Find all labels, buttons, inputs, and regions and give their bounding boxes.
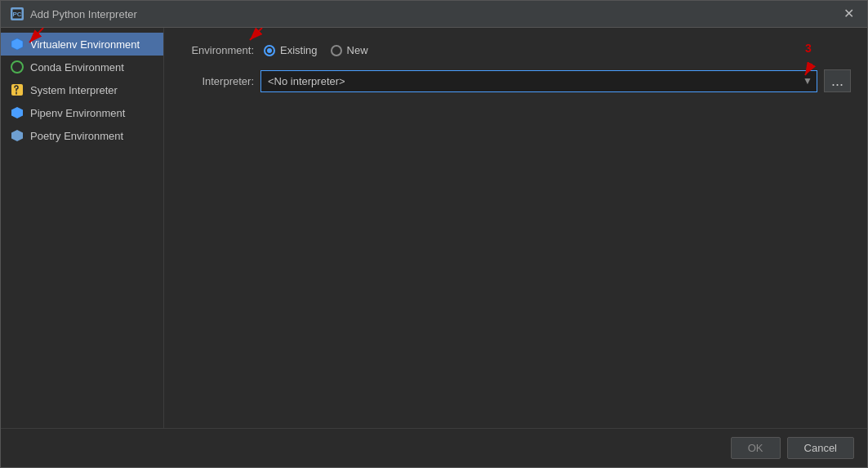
radio-existing-option[interactable]: Existing bbox=[264, 44, 318, 56]
interpreter-row: Interpreter: <No interpreter> ▼ ... bbox=[180, 69, 851, 92]
environment-row: Environment: Existing New bbox=[180, 44, 851, 56]
sidebar-item-virtualenv[interactable]: Virtualenv Environment bbox=[1, 33, 163, 56]
sidebar-item-poetry[interactable]: Poetry Environment bbox=[1, 124, 163, 147]
app-icon: PC bbox=[11, 7, 24, 20]
sidebar: Virtualenv Environment Conda Environment… bbox=[1, 28, 164, 428]
ok-button[interactable]: OK bbox=[731, 437, 781, 459]
sidebar-item-pipenv-label: Pipenv Environment bbox=[30, 107, 125, 119]
dialog-footer: OK Cancel bbox=[1, 428, 867, 467]
sidebar-item-poetry-label: Poetry Environment bbox=[30, 130, 123, 142]
sidebar-item-pipenv[interactable]: Pipenv Environment bbox=[1, 101, 163, 124]
sidebar-item-conda[interactable]: Conda Environment bbox=[1, 56, 163, 78]
title-bar: PC Add Python Interpreter ✕ bbox=[1, 1, 867, 28]
title-bar-left: PC Add Python Interpreter bbox=[11, 7, 137, 20]
dialog-title: Add Python Interpreter bbox=[30, 8, 137, 20]
virtualenv-icon bbox=[11, 38, 24, 51]
interpreter-label: Interpreter: bbox=[180, 75, 254, 87]
svg-marker-5 bbox=[11, 130, 23, 141]
interpreter-select-wrapper: <No interpreter> ▼ bbox=[260, 70, 817, 92]
sidebar-item-system-label: System Interpreter bbox=[30, 84, 118, 96]
conda-icon bbox=[11, 60, 24, 74]
cancel-button[interactable]: Cancel bbox=[787, 437, 854, 459]
sidebar-item-virtualenv-label: Virtualenv Environment bbox=[30, 38, 140, 51]
radio-new-label: New bbox=[347, 44, 368, 56]
radio-group: Existing New bbox=[264, 44, 368, 56]
svg-marker-2 bbox=[11, 38, 23, 50]
pipenv-icon bbox=[11, 106, 24, 119]
radio-new-btn[interactable] bbox=[331, 45, 342, 56]
svg-text:PC: PC bbox=[12, 11, 21, 18]
radio-existing-btn[interactable] bbox=[264, 45, 275, 56]
content-area: Environment: Existing New Interpreter: bbox=[164, 28, 867, 428]
radio-existing-label: Existing bbox=[280, 44, 318, 56]
sidebar-item-system[interactable]: System Interpreter bbox=[1, 78, 163, 101]
sidebar-item-conda-label: Conda Environment bbox=[30, 61, 124, 74]
radio-new-option[interactable]: New bbox=[331, 44, 368, 56]
system-icon bbox=[11, 83, 24, 96]
browse-button[interactable]: ... bbox=[824, 69, 851, 92]
interpreter-select[interactable]: <No interpreter> bbox=[260, 70, 817, 92]
add-python-interpreter-dialog: PC Add Python Interpreter ✕ Virtualenv E… bbox=[0, 0, 868, 468]
environment-label: Environment: bbox=[180, 44, 254, 56]
poetry-icon bbox=[11, 129, 24, 142]
close-button[interactable]: ✕ bbox=[840, 7, 857, 20]
svg-marker-4 bbox=[11, 107, 23, 118]
dialog-body: Virtualenv Environment Conda Environment… bbox=[1, 28, 867, 428]
